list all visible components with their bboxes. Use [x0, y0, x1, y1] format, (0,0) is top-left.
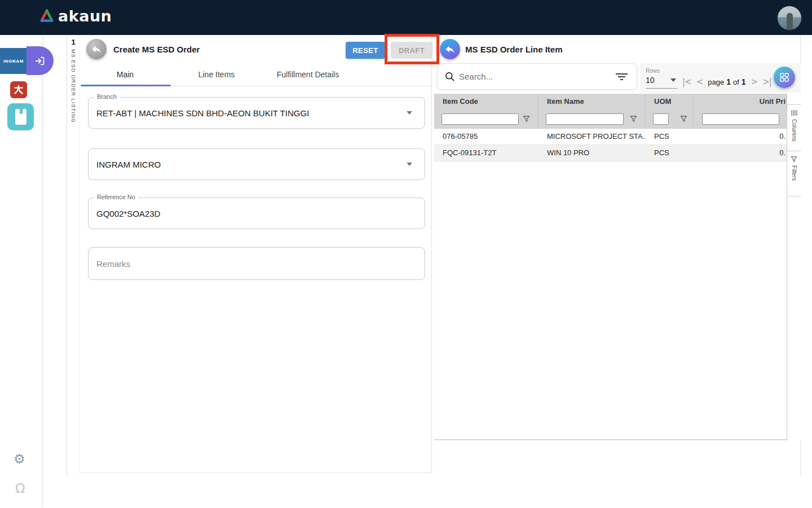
reset-button[interactable]: RESET: [346, 42, 385, 59]
dahua-app-tile[interactable]: [10, 81, 27, 98]
columns-side-tab[interactable]: Columns: [787, 104, 801, 151]
rows-label: Rows: [646, 68, 660, 74]
chevron-down-icon: [670, 78, 676, 82]
module-vertical-tab[interactable]: 1 MS ESD ORDER LISTING: [67, 35, 79, 476]
last-page-icon[interactable]: >|: [762, 77, 771, 87]
reference-no-label: Reference No: [94, 194, 138, 200]
remarks-input[interactable]: [89, 248, 425, 279]
supplier-value: INGRAM MICRO: [96, 160, 161, 169]
table-filter-row: [434, 110, 787, 129]
total-pages-number: 1: [742, 77, 746, 86]
prev-page-icon[interactable]: <: [696, 77, 703, 87]
current-page-number: 1: [726, 77, 731, 86]
line-item-panel: MS ESD Order Line Item Rows 10 |< < page…: [434, 35, 801, 476]
table-row[interactable]: FQC-09131-T2T WIN 10 PRO PCS 0.: [434, 145, 787, 161]
columns-icon: [791, 110, 798, 116]
draft-button[interactable]: DRAFT: [391, 42, 433, 59]
dahua-character-icon: [13, 84, 24, 95]
back-arrow-icon: [91, 43, 102, 55]
page-title: Create MS ESD Order: [113, 45, 200, 54]
profile-person-icon[interactable]: Ω: [15, 481, 25, 496]
brand-logo: akaun: [39, 7, 112, 25]
back-button[interactable]: [86, 39, 107, 59]
column-header-unit-price[interactable]: Unit Pri: [694, 94, 787, 110]
cell-uom: PCS: [646, 145, 694, 161]
line-item-back-button[interactable]: [440, 39, 460, 59]
tab-fulfillment-details[interactable]: Fulfillment Details: [262, 63, 354, 86]
line-item-header: MS ESD Order Line Item: [434, 35, 800, 63]
filter-funnel-icon[interactable]: [680, 115, 687, 122]
rows-value: 10: [646, 76, 655, 85]
filters-tab-label: Filters: [791, 165, 797, 181]
reference-no-field[interactable]: Reference No GQ002*SOA23D: [88, 198, 425, 229]
ingram-app-tile[interactable]: INGRAM: [0, 48, 27, 74]
cell-uom: PCS: [646, 129, 694, 144]
pagination: |< < page 1 of 1 > >|: [682, 75, 771, 89]
page-status: page 1 of 1: [708, 77, 745, 86]
filter-funnel-icon[interactable]: [523, 115, 530, 122]
filter-funnel-icon: [791, 156, 797, 163]
filter-input-uom[interactable]: [653, 113, 669, 125]
column-header-uom[interactable]: UOM: [646, 94, 694, 110]
first-page-icon[interactable]: |<: [682, 77, 691, 87]
branch-label: Branch: [94, 93, 120, 100]
table-row[interactable]: 076-05785 MICROSOFT PROJECT STA... PCS 0…: [434, 129, 787, 145]
back-arrow-icon: [444, 43, 456, 55]
akaun-triangle-icon: [39, 8, 54, 24]
supplier-select[interactable]: INGRAM MICRO: [88, 148, 425, 180]
line-item-title: MS ESD Order Line Item: [465, 45, 563, 54]
cell-item-code: FQC-09131-T2T: [434, 145, 539, 161]
chevron-down-icon: [407, 111, 412, 115]
search-input[interactable]: [459, 64, 611, 89]
avatar-photo: [787, 13, 793, 30]
grid-icon: [779, 72, 790, 83]
branch-select[interactable]: Branch RET-ABT | MACHINES SDN BHD-AEON B…: [88, 97, 425, 129]
brand-name: akaun: [58, 7, 112, 25]
cell-item-name: MICROSOFT PROJECT STA...: [539, 129, 646, 144]
branch-value: RET-ABT | MACHINES SDN BHD-AEON BUKIT TI…: [96, 108, 309, 118]
tab-line-items[interactable]: Line Items: [171, 63, 262, 86]
chevron-down-icon: [407, 163, 412, 166]
cell-item-code: 076-05785: [434, 129, 539, 144]
cell-unit-price: 0.: [694, 145, 787, 161]
create-order-panel: Create MS ESD Order RESET DRAFT Main Lin…: [79, 35, 432, 473]
filters-side-tab[interactable]: Filters: [787, 151, 801, 196]
rows-per-page-select[interactable]: 10: [646, 76, 677, 89]
module-tab-count: 1: [67, 38, 80, 46]
column-header-item-code[interactable]: Item Code: [434, 94, 539, 110]
door-icon: [15, 109, 27, 125]
tab-main[interactable]: Main: [80, 63, 171, 86]
filter-list-icon[interactable]: [615, 73, 628, 80]
topbar: akaun: [0, 0, 812, 35]
login-app-tab[interactable]: [27, 46, 54, 75]
search-box: [437, 63, 637, 90]
line-item-table: Item Code Item Name UOM Unit Pri: [434, 94, 787, 440]
remarks-field[interactable]: [88, 247, 425, 280]
layout-grid-button[interactable]: [774, 67, 795, 88]
user-avatar[interactable]: [777, 6, 802, 30]
table-header-row: Item Code Item Name UOM Unit Pri: [434, 94, 787, 110]
ingram-logo-text: INGRAM: [3, 59, 24, 64]
cell-unit-price: 0.: [694, 129, 787, 144]
next-page-icon[interactable]: >: [751, 77, 758, 87]
door-app-tile[interactable]: [7, 103, 34, 130]
login-icon: [34, 55, 46, 67]
filter-input-item-name[interactable]: [546, 113, 624, 125]
table-side-strip: Columns Filters: [787, 94, 801, 440]
search-icon: [444, 71, 456, 82]
create-order-header: Create MS ESD Order RESET DRAFT: [80, 35, 431, 63]
module-tab-label: MS ESD ORDER LISTING: [70, 49, 76, 123]
left-icon-rail: INGRAM ⚙ Ω: [0, 35, 42, 508]
filter-input-unit-price[interactable]: [702, 113, 779, 125]
column-header-item-name[interactable]: Item Name: [539, 94, 646, 110]
reference-no-value: GQ002*SOA23D: [96, 209, 160, 218]
filter-funnel-icon[interactable]: [630, 115, 637, 122]
active-tab-indicator: [81, 85, 171, 86]
columns-tab-label: Columns: [791, 119, 797, 141]
settings-gear-icon[interactable]: ⚙: [14, 452, 25, 466]
order-tabs: Main Line Items Fulfillment Details: [80, 63, 433, 86]
filter-input-item-code[interactable]: [442, 113, 519, 125]
cell-item-name: WIN 10 PRO: [539, 145, 646, 161]
